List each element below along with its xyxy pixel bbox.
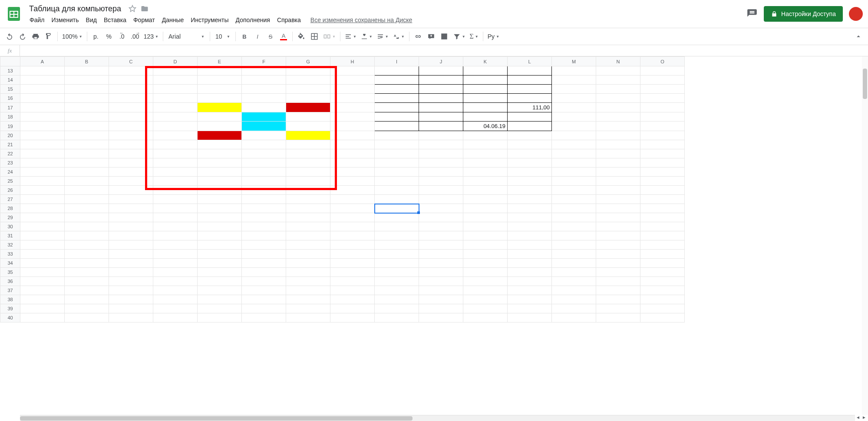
cell-A26[interactable]: [20, 186, 65, 195]
cell-G23[interactable]: [286, 158, 330, 168]
cell-B37[interactable]: [65, 286, 109, 295]
cell-M23[interactable]: [552, 158, 596, 168]
menu-данные[interactable]: Данные: [158, 16, 188, 24]
cell-J33[interactable]: [419, 250, 463, 259]
cell-E14[interactable]: [198, 76, 242, 85]
cell-H30[interactable]: [330, 222, 375, 231]
cell-K40[interactable]: [463, 313, 508, 322]
cell-G31[interactable]: [286, 231, 330, 240]
cell-K18[interactable]: [463, 112, 508, 122]
row-header-13[interactable]: 13: [0, 66, 20, 76]
cell-J36[interactable]: [419, 277, 463, 286]
cell-L39[interactable]: [508, 304, 552, 313]
cell-A28[interactable]: [20, 204, 65, 213]
col-header-N[interactable]: N: [596, 57, 640, 66]
cell-F21[interactable]: [242, 140, 286, 149]
cell-J21[interactable]: [419, 140, 463, 149]
cell-F34[interactable]: [242, 259, 286, 268]
cell-G36[interactable]: [286, 277, 330, 286]
cell-G40[interactable]: [286, 313, 330, 322]
cell-A34[interactable]: [20, 259, 65, 268]
cell-D16[interactable]: [153, 94, 198, 103]
cell-E20[interactable]: [198, 131, 242, 140]
cell-G24[interactable]: [286, 168, 330, 177]
cell-M15[interactable]: [552, 85, 596, 94]
cell-G22[interactable]: [286, 149, 330, 158]
row-header-24[interactable]: 24: [0, 168, 20, 177]
cell-C20[interactable]: [109, 131, 153, 140]
cell-N14[interactable]: [596, 76, 640, 85]
col-header-D[interactable]: D: [153, 57, 198, 66]
cell-B35[interactable]: [65, 268, 109, 277]
cell-M19[interactable]: [552, 122, 596, 131]
cell-L23[interactable]: [508, 158, 552, 168]
cell-M39[interactable]: [552, 304, 596, 313]
cell-H28[interactable]: [330, 204, 375, 213]
cell-A21[interactable]: [20, 140, 65, 149]
cell-O27[interactable]: [640, 195, 685, 204]
vertical-scrollbar[interactable]: [862, 56, 868, 415]
cell-H13[interactable]: [330, 66, 375, 76]
cell-F19[interactable]: [242, 122, 286, 131]
cell-N40[interactable]: [596, 313, 640, 322]
cell-A13[interactable]: [20, 66, 65, 76]
cell-B15[interactable]: [65, 85, 109, 94]
cell-B17[interactable]: [65, 103, 109, 112]
cell-C38[interactable]: [109, 295, 153, 304]
cell-D15[interactable]: [153, 85, 198, 94]
col-header-E[interactable]: E: [198, 57, 242, 66]
cell-C33[interactable]: [109, 250, 153, 259]
cell-L32[interactable]: [508, 240, 552, 250]
cell-H40[interactable]: [330, 313, 375, 322]
cell-N23[interactable]: [596, 158, 640, 168]
cell-J32[interactable]: [419, 240, 463, 250]
cell-D31[interactable]: [153, 231, 198, 240]
cell-K37[interactable]: [463, 286, 508, 295]
cell-C40[interactable]: [109, 313, 153, 322]
document-title[interactable]: Таблица для компьютера: [26, 3, 124, 15]
cell-L21[interactable]: [508, 140, 552, 149]
cell-O36[interactable]: [640, 277, 685, 286]
strikethrough-button[interactable]: S: [264, 30, 277, 43]
cell-N38[interactable]: [596, 295, 640, 304]
cell-I31[interactable]: [375, 231, 419, 240]
cell-K22[interactable]: [463, 149, 508, 158]
cell-G35[interactable]: [286, 268, 330, 277]
cell-I34[interactable]: [375, 259, 419, 268]
cell-E21[interactable]: [198, 140, 242, 149]
cell-O20[interactable]: [640, 131, 685, 140]
cell-D39[interactable]: [153, 304, 198, 313]
cell-B28[interactable]: [65, 204, 109, 213]
col-header-A[interactable]: A: [20, 57, 65, 66]
cell-O13[interactable]: [640, 66, 685, 76]
cell-H35[interactable]: [330, 268, 375, 277]
cell-D14[interactable]: [153, 76, 198, 85]
cell-J25[interactable]: [419, 177, 463, 186]
cell-D24[interactable]: [153, 168, 198, 177]
cell-O35[interactable]: [640, 268, 685, 277]
col-header-O[interactable]: O: [640, 57, 685, 66]
cell-L33[interactable]: [508, 250, 552, 259]
cell-M20[interactable]: [552, 131, 596, 140]
cell-I40[interactable]: [375, 313, 419, 322]
cell-O39[interactable]: [640, 304, 685, 313]
cell-M27[interactable]: [552, 195, 596, 204]
cell-K23[interactable]: [463, 158, 508, 168]
cell-H39[interactable]: [330, 304, 375, 313]
row-header-28[interactable]: 28: [0, 204, 20, 213]
cell-C23[interactable]: [109, 158, 153, 168]
cell-L40[interactable]: [508, 313, 552, 322]
cell-J35[interactable]: [419, 268, 463, 277]
cell-A20[interactable]: [20, 131, 65, 140]
cell-C27[interactable]: [109, 195, 153, 204]
cell-I30[interactable]: [375, 222, 419, 231]
cell-F36[interactable]: [242, 277, 286, 286]
collapse-toolbar-button[interactable]: [852, 30, 865, 43]
cell-H17[interactable]: [330, 103, 375, 112]
cell-A36[interactable]: [20, 277, 65, 286]
cell-A31[interactable]: [20, 231, 65, 240]
cell-L24[interactable]: [508, 168, 552, 177]
cell-F32[interactable]: [242, 240, 286, 250]
cell-L27[interactable]: [508, 195, 552, 204]
cell-M21[interactable]: [552, 140, 596, 149]
